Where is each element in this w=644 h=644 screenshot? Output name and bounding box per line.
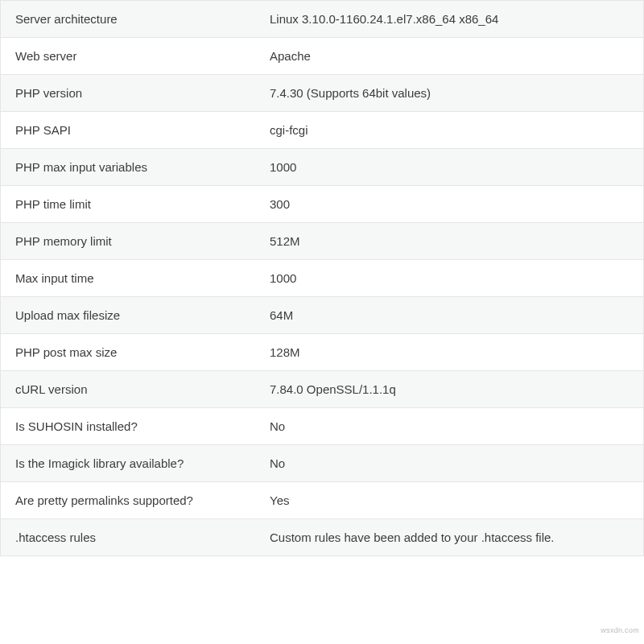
- row-value: 300: [270, 197, 629, 211]
- row-value: Apache: [270, 49, 629, 63]
- row-value: No: [270, 419, 629, 433]
- table-row: Max input time 1000: [1, 260, 643, 297]
- table-row: Is the Imagick library available? No: [1, 445, 643, 482]
- row-value: No: [270, 456, 629, 470]
- row-label: PHP time limit: [15, 197, 270, 211]
- row-value: 64M: [270, 308, 629, 322]
- row-value: 1000: [270, 160, 629, 174]
- table-row: Web server Apache: [1, 38, 643, 75]
- table-row: cURL version 7.84.0 OpenSSL/1.1.1q: [1, 371, 643, 408]
- table-row: PHP time limit 300: [1, 186, 643, 223]
- table-row: PHP post max size 128M: [1, 334, 643, 371]
- row-label: Are pretty permalinks supported?: [15, 493, 270, 507]
- row-label: PHP memory limit: [15, 234, 270, 248]
- table-row: Upload max filesize 64M: [1, 297, 643, 334]
- row-value: 1000: [270, 271, 629, 285]
- row-label: Max input time: [15, 271, 270, 285]
- row-label: .htaccess rules: [15, 530, 270, 544]
- row-label: Is the Imagick library available?: [15, 456, 270, 470]
- table-row: PHP max input variables 1000: [1, 149, 643, 186]
- row-label: PHP version: [15, 86, 270, 100]
- row-label: PHP max input variables: [15, 160, 270, 174]
- table-row: Server architecture Linux 3.10.0-1160.24…: [1, 1, 643, 38]
- row-value: Yes: [270, 493, 629, 507]
- table-row: PHP SAPI cgi-fcgi: [1, 112, 643, 149]
- server-info-table: Server architecture Linux 3.10.0-1160.24…: [0, 0, 644, 556]
- row-value: Custom rules have been added to your .ht…: [270, 530, 629, 544]
- table-row: PHP memory limit 512M: [1, 223, 643, 260]
- row-value: Linux 3.10.0-1160.24.1.el7.x86_64 x86_64: [270, 12, 629, 26]
- row-value: cgi-fcgi: [270, 123, 629, 137]
- row-value: 512M: [270, 234, 629, 248]
- table-row: Are pretty permalinks supported? Yes: [1, 482, 643, 519]
- row-label: cURL version: [15, 382, 270, 396]
- row-label: PHP post max size: [15, 345, 270, 359]
- table-row: .htaccess rules Custom rules have been a…: [1, 519, 643, 555]
- row-label: PHP SAPI: [15, 123, 270, 137]
- row-label: Is SUHOSIN installed?: [15, 419, 270, 433]
- row-value: 7.4.30 (Supports 64bit values): [270, 86, 629, 100]
- row-label: Server architecture: [15, 12, 270, 26]
- row-value: 128M: [270, 345, 629, 359]
- row-value: 7.84.0 OpenSSL/1.1.1q: [270, 382, 629, 396]
- row-label: Web server: [15, 49, 270, 63]
- table-row: Is SUHOSIN installed? No: [1, 408, 643, 445]
- table-row: PHP version 7.4.30 (Supports 64bit value…: [1, 75, 643, 112]
- row-label: Upload max filesize: [15, 308, 270, 322]
